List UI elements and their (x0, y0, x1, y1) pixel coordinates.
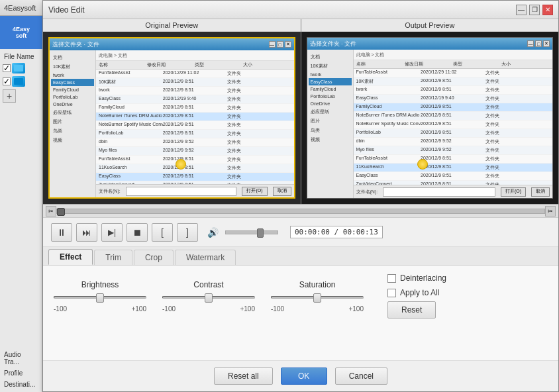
tab-crop[interactable]: Crop (134, 250, 174, 265)
original-preview-pane: Original Preview 选择文件夹 · 文件 — □ ✕ 文档 (43, 19, 301, 204)
destination-label: Destinati... (1, 379, 40, 389)
file-row-13: EasyClass 2020/12/9 8:51 文件夹 (96, 173, 294, 181)
tab-effect[interactable]: Effect (48, 249, 93, 265)
saturation-track[interactable] (271, 296, 364, 299)
timeline-area: ✂ ✂ (43, 205, 558, 218)
tab-watermark[interactable]: Watermark (175, 250, 236, 265)
time-current: 00:00:00 (295, 228, 330, 236)
minimize-button[interactable]: — (516, 5, 527, 15)
col-date: 修改日期 (147, 62, 195, 68)
contrast-track[interactable] (162, 296, 255, 299)
out-row-1: FunTableAssist 2020/12/29 11:02 文件夹 (354, 69, 553, 77)
profile-label: Profile (1, 368, 40, 378)
mark-out-button[interactable]: ] (177, 223, 198, 242)
screenshot-titlebar-output: 选择文件夹 · 文件 — □ ✕ (307, 38, 553, 50)
out-cancel-button[interactable]: 取消 (531, 187, 550, 197)
add-file-button[interactable]: + (3, 89, 16, 103)
contrast-max: +100 (240, 305, 255, 313)
screenshot-btn-orig-1: — (269, 41, 276, 48)
reset-all-button[interactable]: Reset all (214, 368, 273, 385)
time-separator: / (334, 228, 343, 236)
brightness-thumb[interactable] (96, 293, 104, 303)
col-size: 大小 (243, 62, 291, 68)
brightness-values: -100 +100 (54, 305, 146, 313)
sidebar-checkbox-1[interactable]: ✓ (3, 64, 11, 72)
brightness-group: Brightness -100 +100 (54, 280, 146, 313)
saturation-max: +100 (348, 305, 364, 313)
filename-input[interactable] (126, 187, 237, 196)
skip-button[interactable]: ▶| (101, 223, 123, 242)
sidebar-10k: 10K素材 (51, 62, 94, 72)
brightness-slider-container (54, 292, 146, 303)
file-row-1: FunTableAssist 2020/12/29 11:02 文件夹 (96, 70, 294, 78)
screenshot-titlebar-original: 选择文件夹 · 文件 — □ ✕ (50, 38, 294, 50)
cancel-button-inner[interactable]: 取消 (273, 187, 291, 196)
out-filename-input[interactable] (383, 187, 495, 197)
sidebar-file-icon-1 (12, 63, 25, 74)
screenshot-sidebar-output: 文档 10K素材 twork EasyClass FamilyCloud Por… (307, 50, 354, 198)
open-button[interactable]: 打开(O) (242, 187, 267, 196)
out-row-13: EasyClass 2020/12/9 8:51 文件夹 (354, 172, 553, 181)
file-list-header: 名称 修改日期 类型 大小 (96, 61, 294, 70)
file-name-label: File Name (1, 52, 40, 62)
volume-icon: 🔊 (207, 227, 219, 238)
screenshot-btn-out-3: ✕ (543, 40, 550, 47)
audio-track-label: Audio Tra... (1, 350, 40, 367)
file-row-11: FunTableAssist 2020/12/9 8:51 文件夹 (96, 156, 294, 164)
screenshot-btn-orig-3: ✕ (285, 41, 291, 48)
file-row-12: 11KuoSearch 2020/12/9 8:51 文件夹 (96, 164, 294, 173)
restore-button[interactable]: ❐ (529, 5, 540, 15)
saturation-min: -100 (271, 305, 284, 313)
file-row-4: EasyClass 2020/12/19 9:40 文件夹 (96, 95, 294, 104)
file-list-output: 名称 修改日期 类型 大小 FunTableAssist 2020/12/29 … (354, 60, 553, 185)
timeline-track[interactable] (56, 209, 545, 214)
sidebar-videos: 视频 (51, 136, 94, 145)
screenshot-body-original: 文档 10K素材 twork EasyClass FamilyCloud Por… (50, 50, 294, 197)
sidebar-bing: 必应壁纸 (51, 108, 94, 117)
sidebar-bottom: Audio Tra... Profile Destinati... (0, 347, 42, 392)
close-button[interactable]: ✕ (542, 5, 553, 15)
deinterlacing-checkbox[interactable] (387, 274, 396, 283)
screenshot-btn-out-2: □ (535, 40, 542, 47)
contrast-label: Contrast (193, 280, 223, 289)
contrast-group: Contrast -100 +100 (162, 280, 255, 313)
col-name: 名称 (99, 62, 147, 68)
out-row-11: FunTableAssist 2020/12/9 8:51 文件夹 (354, 155, 553, 164)
next-frame-button[interactable]: ⏭ (76, 223, 97, 242)
out-row-10: Myo files 2020/12/9 9:52 文件夹 (354, 146, 553, 155)
brightness-track[interactable] (54, 296, 146, 299)
sidebar-family: FamilyCloud (51, 86, 94, 93)
out-row-6: NoteBurner iTunes DRM Audio Conv... 2020… (354, 112, 553, 121)
ok-button[interactable]: OK (281, 368, 327, 385)
brightness-min: -100 (54, 305, 67, 313)
col-type: 类型 (195, 62, 243, 68)
timeline-right-icon[interactable]: ✂ (545, 206, 556, 217)
filename-label: 文件名(N): (99, 188, 121, 195)
volume-thumb[interactable] (257, 228, 264, 238)
mark-in-button[interactable]: [ (152, 223, 173, 242)
apply-to-all-row: Apply to All (387, 288, 439, 297)
svg-rect-1 (14, 78, 23, 85)
pause-button[interactable]: ⏸ (51, 223, 72, 242)
apply-to-all-checkbox[interactable] (387, 289, 396, 297)
apply-to-all-group: Apply to All Reset (387, 288, 446, 318)
sidebar-birds: 鸟类 (51, 126, 94, 136)
timeline-thumb[interactable] (57, 208, 65, 216)
preview-area: Original Preview 选择文件夹 · 文件 — □ ✕ 文档 (43, 19, 558, 205)
stop-button[interactable]: ⏹ (127, 223, 148, 242)
saturation-slider-container (271, 292, 364, 303)
tab-trim[interactable]: Trim (94, 250, 132, 265)
saturation-label: Saturation (299, 280, 336, 289)
sidebar-checkbox-2[interactable]: ✓ (3, 77, 11, 85)
volume-slider[interactable] (225, 230, 278, 234)
timeline-left-icon[interactable]: ✂ (46, 206, 56, 217)
contrast-values: -100 +100 (162, 305, 255, 313)
saturation-thumb[interactable] (313, 293, 321, 303)
screenshot-toolbar-original: 此电脑 > 文档 (96, 50, 294, 61)
video-edit-dialog: Video Edit — ❐ ✕ Original Preview 选择文件夹 … (42, 0, 559, 392)
app-window: 4Easysoft File 4Easysoft File Name ✓ ✓ (0, 0, 559, 392)
contrast-thumb[interactable] (205, 293, 213, 303)
cancel-main-button[interactable]: Cancel (335, 368, 387, 385)
out-open-button[interactable]: 打开(O) (501, 187, 526, 197)
reset-button[interactable]: Reset (387, 301, 436, 318)
